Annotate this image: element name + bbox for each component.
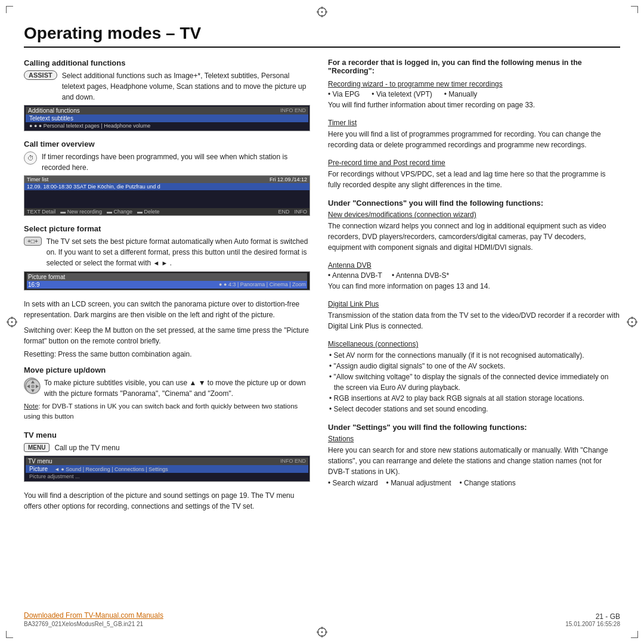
connections-header: Under "Connections" you will find the fo… (328, 199, 620, 208)
move-picture-body: To make picture subtitles visible, you c… (44, 377, 310, 399)
recording-wizard-note: You will find further information about … (328, 100, 620, 110)
call-timer-title: Call timer overview (24, 140, 310, 148)
antenna-dvb-s: • Antenna DVB-S* (392, 271, 449, 280)
timer-header-left: Timer list (27, 177, 48, 182)
crosshair-top (316, 6, 328, 18)
picture-format-screen: Picture format 16:9 ● ● 4:3 | Panorama |… (24, 271, 310, 290)
section-move-picture: Move picture up/down (24, 366, 310, 422)
recording-wizard-title: Recording wizard - to programme new time… (328, 80, 620, 88)
timer-footer-new: ▬ New recording (60, 209, 102, 215)
tv-menu-picture-row: Picture ◄ ● Sound | Recording | Connecti… (26, 465, 308, 473)
timer-icon: ⏱ (24, 151, 37, 165)
screen-add-title: Additional functions (28, 107, 80, 114)
section-call-timer: Call timer overview ⏱ If timer recording… (24, 140, 310, 216)
assist-button[interactable]: ASSIST (24, 70, 57, 80)
tv-menu-call: Call up the TV menu (54, 442, 119, 453)
stations-item-1: • Manual adjustment (386, 479, 451, 487)
wizard-item-epg: • Via EPG (328, 90, 360, 98)
digital-link-body: Transmission of the station data from th… (328, 310, 620, 332)
resetting-note: Resetting: Press the same button combina… (24, 349, 310, 360)
section-digital-link: Digital Link Plus Transmission of the st… (328, 300, 620, 332)
move-picture-note: Note: for DVB-T stations in UK you can s… (24, 401, 310, 422)
picture-format-body: The TV set sets the best picture format … (47, 236, 310, 268)
timer-list-title: Timer list (328, 119, 620, 127)
wizard-item-manually: • Manually (444, 90, 478, 98)
timer-header-right: Fri 12.09./14:12 (270, 177, 307, 182)
section-timer-list: Timer list Here you will find a list of … (328, 119, 620, 150)
picture-format-screen-row: 16:9 ● ● 4:3 | Panorama | Cinema | Zoom (27, 281, 307, 289)
settings-header: Under "Settings" you will find the follo… (328, 423, 620, 432)
timer-footer-delete: ▬ Delete (137, 209, 160, 215)
menu-button[interactable]: MENU (24, 443, 49, 452)
left-column: Calling additional functions ASSIST Sele… (24, 58, 310, 620)
footer-left: Downloaded From TV-Manual.com Manuals BA… (24, 611, 163, 627)
recorder-intro: For a recorder that is logged in, you ca… (328, 58, 620, 75)
section-recording-wizard: Recording wizard - to programme new time… (328, 80, 620, 110)
antenna-dvb-t: • Antenna DVB-T (328, 271, 382, 280)
timer-footer-info: INFO (295, 209, 308, 215)
timer-footer: TEXT Detail ▬ New recording ▬ Change ▬ D… (24, 208, 309, 215)
antenna-dvb-title: Antenna DVB (328, 261, 620, 270)
section-new-devices: New devices/modifications (connection wi… (328, 210, 620, 253)
note-label: Note (24, 402, 38, 410)
footer-link[interactable]: Downloaded From TV-Manual.com Manuals (24, 611, 163, 620)
footer-meta: BA32769_021XelosModusRel_5_GB.in21 21 (24, 621, 163, 627)
tv-menu-screen-title: TV menu (28, 458, 52, 465)
right-column: For a recorder that is logged in, you ca… (328, 58, 620, 620)
timer-row1: 12.09. 18:00-18:30 3SAT Die Köchin, die … (24, 183, 309, 190)
corner-mark-br (631, 631, 638, 638)
digital-link-title: Digital Link Plus (328, 300, 620, 308)
call-timer-body: If timer recordings have been programmed… (42, 151, 310, 173)
svg-point-23 (631, 321, 633, 323)
svg-point-5 (321, 11, 323, 13)
section-calling-functions: Calling additional functions ASSIST Sele… (24, 58, 310, 131)
screen-add-item: Teletext subtitles (26, 114, 308, 122)
timer-empty1 (24, 190, 309, 196)
misc-item-0: Set AV norm for the connections manually… (328, 350, 620, 361)
page-title: Operating modes – TV (24, 24, 620, 48)
misc-item-1: "Assign audio digital signals" to one of… (328, 361, 620, 371)
pre-post-record-title: Pre-record time and Post record time (328, 159, 620, 167)
antenna-dvb-items: • Antenna DVB-T • Antenna DVB-S* (328, 271, 620, 280)
switching-note: Switching over: Keep the M button on the… (24, 325, 310, 346)
misc-item-4: Select decoder stations and set sound en… (328, 404, 620, 414)
corner-mark-tl (6, 6, 13, 13)
section-stations: Stations Here you can search for and sto… (328, 435, 620, 487)
new-devices-title: New devices/modifications (connection wi… (328, 210, 620, 219)
timer-footer-change: ▬ Change (107, 209, 132, 215)
stations-item-0: • Search wizard (328, 479, 378, 487)
section-picture-format: Select picture format +□+ The TV set set… (24, 224, 310, 290)
format-button[interactable]: +□+ (24, 237, 42, 246)
additional-functions-screen: Additional functions INFO END Teletext s… (24, 105, 310, 131)
dpad-icon (24, 377, 39, 393)
timer-footer-end: END (278, 209, 289, 215)
new-devices-body: The connection wizard helps you connect … (328, 221, 620, 253)
timer-list-body: Here you will find a list of programmes … (328, 129, 620, 150)
tv-menu-screen: TV menu INFO END Picture ◄ ● Sound | Rec… (24, 456, 310, 482)
screen-add-topright: INFO END (280, 107, 306, 114)
crosshair-left (6, 316, 18, 328)
section-tv-menu: TV menu MENU Call up the TV menu TV menu… (24, 431, 310, 482)
wizard-item-vpt: • Via teletext (VPT) (371, 90, 432, 98)
picture-format-title: Select picture format (24, 224, 310, 233)
tv-menu-screen-topright: INFO END (280, 458, 306, 465)
picture-format-screen-title: Picture format (27, 273, 307, 281)
misc-item-3: RGB insertions at AV2 to play back RGB s… (328, 393, 620, 404)
antenna-dvb-note: You can find more information on pages 1… (328, 281, 620, 292)
footer-date: 15.01.2007 16:55:28 (565, 621, 620, 627)
section-miscellaneous: Miscellaneous (connections) Set AV norm … (328, 340, 620, 414)
svg-point-29 (31, 385, 35, 388)
section-pre-post-record: Pre-record time and Post record time For… (328, 159, 620, 190)
timer-empty3 (24, 202, 309, 208)
crosshair-bottom (316, 626, 328, 638)
tv-menu-sub-row: Picture adjustment ... (26, 473, 308, 480)
timer-screen: Timer list Fri 12.09./14:12 12.09. 18:00… (24, 175, 310, 216)
stations-body: Here you can search for and store new st… (328, 445, 620, 477)
lcd-note: In sets with an LCD screen, you can swit… (24, 299, 310, 320)
svg-point-17 (11, 321, 13, 323)
misc-item-2: "Allow switching voltage" to display the… (328, 371, 620, 393)
calling-functions-body: Select additional functions such as Imag… (62, 70, 310, 103)
stations-title: Stations (328, 435, 620, 443)
svg-point-11 (321, 631, 323, 633)
footer-right: 21 - GB 15.01.2007 16:55:28 (565, 612, 620, 627)
